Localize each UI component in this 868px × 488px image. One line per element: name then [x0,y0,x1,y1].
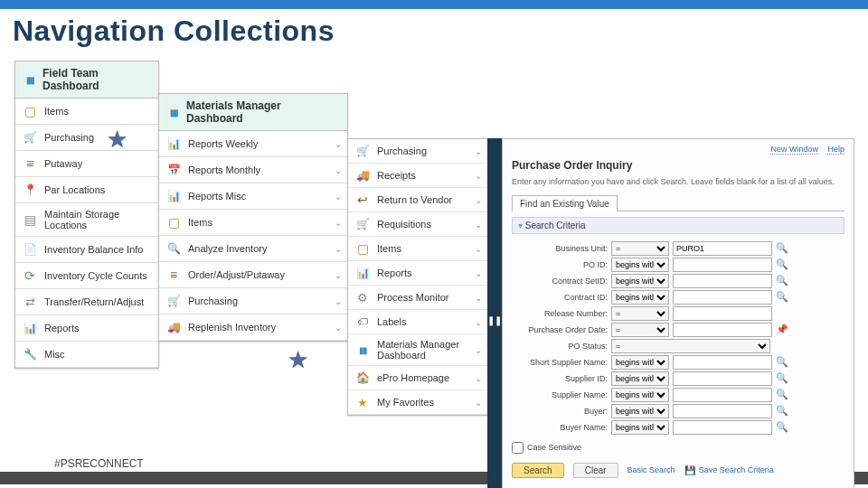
truck-icon [166,320,181,334]
chevron-down-icon: ⌄ [335,139,342,149]
nav-item[interactable]: Maintain Storage Locations [15,203,158,237]
value-input[interactable] [673,371,772,386]
nav-item[interactable]: Reports Misc⌄ [159,183,347,210]
operator-select[interactable]: = [611,323,669,337]
lookup-icon[interactable]: 🔍 [776,372,788,384]
operator-select[interactable]: begins with [611,371,669,386]
save-criteria-link[interactable]: Save Search Criteria [699,465,774,474]
operator-select[interactable]: begins with [611,258,669,272]
help-link[interactable]: Help [827,145,844,155]
nav-item[interactable]: Items [15,99,158,125]
operator-select[interactable]: = [611,306,669,321]
lookup-icon[interactable]: 🔍 [776,275,788,286]
nav-item-label: Order/Adjust/Putaway [188,269,285,280]
nav-item[interactable]: Order/Adjust/Putaway⌄ [159,262,347,288]
chart-icon [355,343,370,357]
basic-search-link[interactable]: Basic Search [627,465,675,474]
pin-icon [23,183,37,197]
value-input[interactable] [673,355,772,370]
report-icon [166,189,181,203]
box-icon [23,104,37,118]
nav-item[interactable]: Items⌄ [159,210,347,236]
lookup-icon[interactable]: 🔍 [776,421,788,433]
search-field-row: Supplier Name:begins with🔍 [512,388,844,402]
pane-divider[interactable]: ❚❚ [487,138,502,488]
operator-select[interactable]: begins with [611,290,669,305]
box-icon [166,215,181,230]
value-input[interactable] [673,290,772,305]
operator-select[interactable]: = [611,339,770,353]
new-window-link[interactable]: New Window [770,145,818,155]
operator-select[interactable]: begins with [611,274,669,288]
nav-item[interactable]: Receipts⌄ [348,164,487,188]
nav-item-label: Reports Monthly [188,164,260,175]
lookup-icon[interactable]: 🔍 [776,291,788,303]
nav-item[interactable]: Labels⌄ [348,310,487,334]
chevron-down-icon: ⌄ [335,296,342,306]
nav-item[interactable]: Putaway [15,151,158,177]
value-input[interactable] [673,274,772,288]
value-input[interactable] [673,420,772,435]
search-criteria-header[interactable]: Search Criteria [512,217,844,234]
nav-item[interactable]: Reports⌄ [348,261,487,286]
nav-item[interactable]: Misc [15,342,158,368]
operator-select[interactable]: = [611,241,669,256]
lookup-icon[interactable]: 🔍 [776,242,788,254]
nav-item[interactable]: Purchasing [15,125,158,151]
operator-select[interactable]: begins with [611,388,669,402]
nav-item[interactable]: Transfer/Return/Adjust [15,289,158,315]
field-label: Supplier Name: [512,390,608,399]
lookup-icon[interactable]: 🔍 [776,258,788,270]
field-label: Business Unit: [512,244,608,253]
nav-item[interactable]: Reports [15,315,158,342]
chevron-down-icon: ⌄ [335,218,342,228]
nav-item[interactable]: Return to Vendor⌄ [348,188,487,212]
lookup-icon[interactable]: 🔍 [776,405,788,417]
value-input[interactable] [673,258,772,272]
nav-item[interactable]: Analyze Inventory⌄ [159,236,347,262]
nav-item[interactable]: Reports Monthly⌄ [159,157,347,183]
nav-item[interactable]: Reports Weekly⌄ [159,131,347,157]
calendar-icon[interactable]: 📌 [776,324,788,335]
nav-item[interactable]: Process Monitor⌄ [348,286,487,310]
lookup-icon[interactable]: 🔍 [776,389,788,400]
operator-select[interactable]: begins with [611,404,669,418]
nav-item[interactable]: ePro Homepage⌄ [348,366,487,390]
wrench-icon [23,347,37,361]
case-sensitive-checkbox[interactable] [512,442,524,454]
clear-button[interactable]: Clear [573,463,618,478]
nav-item-label: Reports [377,267,412,278]
chevron-down-icon: ⌄ [475,317,482,327]
value-input[interactable] [673,306,772,321]
grid-icon [23,212,37,227]
chevron-down-icon: ⌄ [335,165,342,175]
search-button[interactable]: Search [512,463,564,478]
chevron-down-icon: ⌄ [335,323,342,333]
value-input[interactable] [673,404,772,418]
nav-item[interactable]: Purchasing⌄ [348,139,487,164]
operator-select[interactable]: begins with [611,355,669,370]
nav-item-label: Reports Weekly [188,138,258,149]
nav-item-label: Transfer/Return/Adjust [44,296,144,307]
star-icon [355,395,370,409]
nav-item[interactable]: Purchasing⌄ [159,288,347,314]
value-input[interactable] [673,323,772,337]
nav-item[interactable]: Items⌄ [348,237,487,261]
nav-item[interactable]: Replenish Inventory⌄ [159,314,347,341]
nav-item[interactable]: Inventory Balance Info [15,237,158,263]
nav-item[interactable]: My Favorites⌄ [348,390,487,415]
value-input[interactable] [673,388,772,402]
chart-icon [23,72,37,87]
lookup-icon[interactable]: 🔍 [776,356,788,368]
save-icon: 💾 [684,465,695,475]
tab-find-existing[interactable]: Find an Existing Value [512,195,618,211]
report-icon [355,266,370,280]
nav-item[interactable]: Materials Manager Dashboard⌄ [348,334,487,366]
nav-item-label: Inventory Balance Info [44,244,143,255]
nav-item[interactable]: Requisitions⌄ [348,212,487,237]
nav-item[interactable]: Inventory Cycle Counts [15,263,158,289]
value-input[interactable] [673,241,772,256]
operator-select[interactable]: begins with [611,420,669,435]
field-label: Release Number: [512,309,608,318]
nav-item[interactable]: Par Locations [15,177,158,203]
